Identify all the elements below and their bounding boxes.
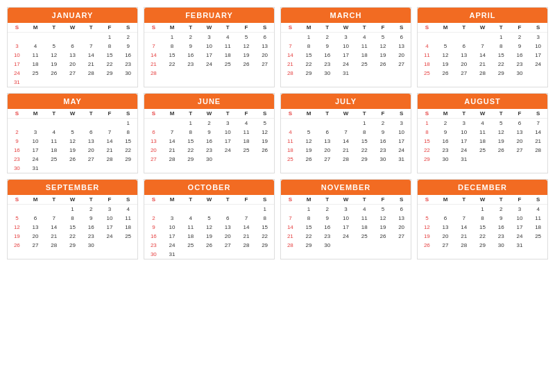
day-cell[interactable]: 21 [163,146,182,155]
day-cell[interactable]: 4 [26,42,45,51]
day-cell[interactable]: 24 [336,60,355,69]
day-cell[interactable]: 13 [511,128,529,137]
day-cell[interactable]: 7 [281,214,300,223]
day-cell[interactable]: 9 [82,214,101,223]
day-cell[interactable]: 20 [63,60,82,69]
day-cell[interactable]: 3 [336,33,355,42]
day-cell[interactable]: 15 [418,137,436,146]
day-cell[interactable]: 13 [63,51,82,60]
day-cell[interactable]: 23 [318,60,336,69]
day-cell[interactable]: 7 [281,42,300,51]
day-cell[interactable]: 17 [392,137,411,146]
day-cell[interactable]: 11 [237,128,256,137]
day-cell[interactable]: 26 [374,232,393,241]
day-cell[interactable]: 17 [454,137,473,146]
day-cell[interactable]: 6 [436,214,455,223]
day-cell[interactable]: 2 [492,205,511,214]
day-cell[interactable]: 6 [219,214,237,223]
day-cell[interactable]: 26 [200,241,219,250]
day-cell[interactable]: 10 [336,214,355,223]
day-cell[interactable]: 6 [454,42,473,51]
day-cell[interactable]: 3 [392,119,411,128]
day-cell[interactable]: 23 [119,60,137,69]
day-cell[interactable]: 16 [318,223,336,232]
day-cell[interactable]: 9 [318,42,336,51]
day-cell[interactable]: 5 [492,119,511,128]
day-cell[interactable]: 15 [492,51,511,60]
day-cell[interactable]: 22 [181,146,200,155]
day-cell[interactable]: 8 [119,128,137,137]
day-cell[interactable]: 2 [318,205,336,214]
day-cell[interactable]: 27 [82,155,101,164]
day-cell[interactable]: 14 [101,137,119,146]
day-cell[interactable]: 15 [181,137,200,146]
day-cell[interactable]: 12 [374,214,393,223]
day-cell[interactable]: 6 [26,214,45,223]
day-cell[interactable]: 14 [529,128,547,137]
day-cell[interactable]: 27 [318,155,336,164]
day-cell[interactable]: 21 [144,60,163,69]
day-cell[interactable]: 9 [374,128,393,137]
day-cell[interactable]: 28 [237,241,256,250]
day-cell[interactable]: 18 [281,146,300,155]
day-cell[interactable]: 12 [418,223,436,232]
day-cell[interactable]: 4 [355,33,374,42]
day-cell[interactable]: 17 [101,223,119,232]
day-cell[interactable]: 14 [281,223,300,232]
day-cell[interactable]: 27 [511,146,529,155]
day-cell[interactable]: 2 [318,33,336,42]
day-cell[interactable]: 16 [181,51,200,60]
day-cell[interactable]: 6 [144,128,163,137]
day-cell[interactable]: 29 [255,241,274,250]
day-cell[interactable]: 5 [436,42,455,51]
day-cell[interactable]: 3 [336,205,355,214]
day-cell[interactable]: 26 [63,155,82,164]
day-cell[interactable]: 6 [63,42,82,51]
day-cell[interactable]: 24 [101,232,119,241]
day-cell[interactable]: 3 [200,33,219,42]
day-cell[interactable]: 30 [82,241,101,250]
day-cell[interactable]: 9 [144,223,163,232]
day-cell[interactable]: 1 [492,33,511,42]
day-cell[interactable]: 23 [82,232,101,241]
day-cell[interactable]: 1 [300,33,318,42]
day-cell[interactable]: 22 [163,60,182,69]
day-cell[interactable]: 31 [392,155,411,164]
day-cell[interactable]: 16 [82,223,101,232]
day-cell[interactable]: 24 [392,146,411,155]
day-cell[interactable]: 21 [82,60,101,69]
day-cell[interactable]: 11 [181,223,200,232]
day-cell[interactable]: 4 [237,119,256,128]
day-cell[interactable]: 3 [511,205,529,214]
day-cell[interactable]: 1 [101,33,119,42]
day-cell[interactable]: 15 [163,51,182,60]
day-cell[interactable]: 27 [436,241,455,250]
day-cell[interactable]: 25 [355,232,374,241]
day-cell[interactable]: 4 [529,205,547,214]
day-cell[interactable]: 21 [454,232,473,241]
day-cell[interactable]: 16 [119,51,137,60]
day-cell[interactable]: 7 [144,42,163,51]
day-cell[interactable]: 25 [181,241,200,250]
day-cell[interactable]: 1 [355,119,374,128]
day-cell[interactable]: 21 [473,60,492,69]
day-cell[interactable]: 25 [119,232,137,241]
day-cell[interactable]: 8 [418,128,436,137]
day-cell[interactable]: 29 [101,69,119,78]
day-cell[interactable]: 24 [219,146,237,155]
day-cell[interactable]: 11 [26,51,45,60]
day-cell[interactable]: 20 [436,232,455,241]
day-cell[interactable]: 7 [529,119,547,128]
day-cell[interactable]: 18 [181,232,200,241]
day-cell[interactable]: 15 [63,223,82,232]
day-cell[interactable]: 24 [163,241,182,250]
day-cell[interactable]: 22 [492,60,511,69]
day-cell[interactable]: 23 [144,241,163,250]
day-cell[interactable]: 31 [511,241,529,250]
day-cell[interactable]: 22 [63,232,82,241]
day-cell[interactable]: 22 [101,60,119,69]
day-cell[interactable]: 1 [63,205,82,214]
day-cell[interactable]: 13 [144,137,163,146]
day-cell[interactable]: 6 [82,128,101,137]
day-cell[interactable]: 19 [374,51,393,60]
